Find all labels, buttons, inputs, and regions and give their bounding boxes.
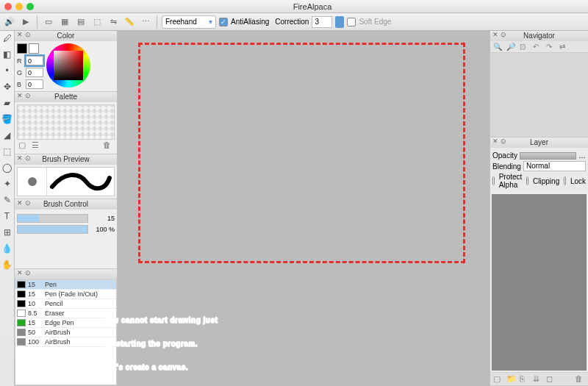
new-layer-icon[interactable]: ▢ xyxy=(493,374,503,385)
select-rect-icon[interactable]: ⬚ xyxy=(1,146,13,157)
bucket-tool-icon[interactable]: 🪣 xyxy=(1,113,13,125)
brush-size-slider[interactable] xyxy=(17,214,88,223)
brush-name: Eraser xyxy=(45,310,65,317)
brush-row[interactable]: 15Pen (Fade In/Out) xyxy=(15,290,116,299)
gradient-tool-icon[interactable]: ◢ xyxy=(1,129,13,141)
pin-icon[interactable]: ⊙ xyxy=(24,93,31,99)
pin-icon[interactable]: ⊙ xyxy=(24,200,31,207)
merge-icon[interactable]: ⇊ xyxy=(533,374,543,385)
r-label: R xyxy=(17,57,24,65)
transform-icon[interactable]: ⬚ xyxy=(90,15,104,29)
zoom-in-icon[interactable]: 🔍 xyxy=(493,43,502,51)
fill-tool-icon[interactable]: ▰ xyxy=(1,97,13,109)
brush-row[interactable]: 8.5Eraser xyxy=(15,309,116,318)
right-panels: ✕⊙Navigator 🔍 🔎 ⊡ ↶ ↷ ⇄ ✕⊙Layer Opacity…… xyxy=(490,31,588,386)
measure-icon[interactable]: 📏 xyxy=(123,15,136,29)
pin-icon[interactable]: ⊙ xyxy=(24,155,31,162)
close-icon[interactable]: ✕ xyxy=(16,155,23,162)
pin-icon[interactable]: ⊙ xyxy=(500,32,506,38)
b-input[interactable] xyxy=(26,79,43,89)
correction-input[interactable] xyxy=(312,16,332,28)
options-icon[interactable]: ⋯ xyxy=(139,15,152,29)
top-toolbar: 🔊 ▶ ▭ ▦ ▤ ⬚ ⇋ 📏 ⋯ Freehand▾ ✓ AntiAliasi… xyxy=(0,13,588,31)
brush-row[interactable]: 50AirBrush xyxy=(15,328,116,337)
brush-row[interactable]: 15Edge Pen xyxy=(15,318,116,328)
navigator-preview[interactable] xyxy=(490,53,588,137)
r-input[interactable] xyxy=(26,56,43,65)
close-icon[interactable]: ✕ xyxy=(16,93,23,99)
blending-select[interactable]: Normal xyxy=(523,161,586,171)
rect-tool-icon[interactable]: ▭ xyxy=(42,15,55,29)
bg-color-swatch[interactable] xyxy=(29,43,39,54)
brush-list[interactable]: 15Pen15Pen (Fade In/Out)10Pencil8.5Erase… xyxy=(15,279,117,385)
palette-grid[interactable] xyxy=(17,104,115,140)
close-window-button[interactable] xyxy=(4,3,12,10)
palette-panel: ✕⊙Palette ▢ ☰ 🗑 xyxy=(15,92,117,154)
drawing-mode-select[interactable]: Freehand▾ xyxy=(162,15,216,29)
trash-icon[interactable]: 🗑 xyxy=(103,140,113,151)
minimize-window-button[interactable] xyxy=(15,3,23,10)
antialias-checkbox[interactable]: ✓ xyxy=(219,18,228,26)
brush-row[interactable]: 10Pencil xyxy=(15,299,116,309)
g-input[interactable] xyxy=(26,68,43,77)
layer-list[interactable] xyxy=(492,194,587,371)
select-lasso-icon[interactable]: ◯ xyxy=(1,162,13,174)
layers-icon[interactable]: ▤ xyxy=(74,15,87,29)
brush-row[interactable]: 100AirBrush xyxy=(15,337,116,347)
zoom-out-icon[interactable]: 🔎 xyxy=(506,43,515,51)
tools-column: 🖊 ◧ • ✥ ▰ 🪣 ◢ ⬚ ◯ ✦ ✎ T ⊞ 💧 ✋ xyxy=(0,31,15,386)
clear-icon[interactable]: ◻ xyxy=(546,374,556,385)
brush-tool-icon[interactable]: 🖊 xyxy=(1,32,13,44)
duplicate-icon[interactable]: ⎘ xyxy=(520,374,530,385)
hand-tool-icon[interactable]: ✋ xyxy=(1,259,13,271)
brush-size: 50 xyxy=(28,329,43,336)
close-icon[interactable]: ✕ xyxy=(16,200,23,207)
flip-icon[interactable]: ⇋ xyxy=(107,15,120,29)
close-icon[interactable]: ✕ xyxy=(492,138,498,145)
lock-checkbox[interactable] xyxy=(564,176,566,185)
rotate-right-icon[interactable]: ↷ xyxy=(546,43,555,51)
color-wheel[interactable] xyxy=(46,43,90,87)
trash-icon[interactable]: 🗑 xyxy=(575,374,585,385)
close-icon[interactable]: ✕ xyxy=(492,32,498,38)
softedge-checkbox[interactable] xyxy=(347,18,356,26)
folder-icon[interactable]: 📁 xyxy=(506,374,517,385)
fit-icon[interactable]: ⊡ xyxy=(520,43,528,51)
speaker-icon[interactable]: 🔊 xyxy=(3,15,16,29)
brush-list-panel: ✕⊙ 15Pen15Pen (Fade In/Out)10Pencil8.5Er… xyxy=(15,269,117,386)
close-icon[interactable]: ✕ xyxy=(16,270,23,276)
protect-alpha-checkbox[interactable] xyxy=(492,176,495,185)
shape-tool-icon[interactable]: ⊞ xyxy=(1,226,13,238)
brush-opacity-value: 100 % xyxy=(91,226,115,233)
eraser-tool-icon[interactable]: ◧ xyxy=(1,49,13,60)
correction-stepper[interactable] xyxy=(335,16,344,28)
dot-tool-icon[interactable]: • xyxy=(1,65,13,76)
brush-swatch xyxy=(17,338,26,346)
flip-h-icon[interactable]: ⇄ xyxy=(559,43,568,51)
rotate-left-icon[interactable]: ↶ xyxy=(533,43,542,51)
layer-panel: ✕⊙Layer Opacity… BlendingNormal Protect … xyxy=(490,137,588,386)
zoom-window-button[interactable] xyxy=(26,3,34,10)
pin-icon[interactable]: ⊙ xyxy=(24,32,31,38)
fg-color-swatch[interactable] xyxy=(17,43,27,54)
move-tool-icon[interactable]: ✥ xyxy=(1,81,13,93)
b-label: B xyxy=(17,81,24,88)
eyedropper-icon[interactable]: 💧 xyxy=(1,243,13,254)
brush-preview-panel: ✕⊙Brush Preview xyxy=(15,154,117,199)
list-icon[interactable]: ☰ xyxy=(32,140,42,151)
close-icon[interactable]: ✕ xyxy=(16,32,23,38)
play-icon[interactable]: ▶ xyxy=(19,15,32,29)
clipping-checkbox[interactable] xyxy=(526,176,528,185)
select-pen-icon[interactable]: ✎ xyxy=(1,194,13,206)
pin-icon[interactable]: ⊙ xyxy=(500,138,506,145)
navigator-panel: ✕⊙Navigator 🔍 🔎 ⊡ ↶ ↷ ⇄ xyxy=(490,31,588,137)
brush-size: 15 xyxy=(28,281,43,288)
brush-row[interactable]: 15Pen xyxy=(15,280,116,290)
layer-opacity-slider[interactable] xyxy=(520,152,576,160)
grid-icon[interactable]: ▦ xyxy=(58,15,71,29)
brush-opacity-slider[interactable] xyxy=(17,225,88,234)
text-tool-icon[interactable]: T xyxy=(1,210,13,222)
pin-icon[interactable]: ⊙ xyxy=(24,270,31,276)
add-color-icon[interactable]: ▢ xyxy=(18,140,29,151)
wand-tool-icon[interactable]: ✦ xyxy=(1,178,13,190)
